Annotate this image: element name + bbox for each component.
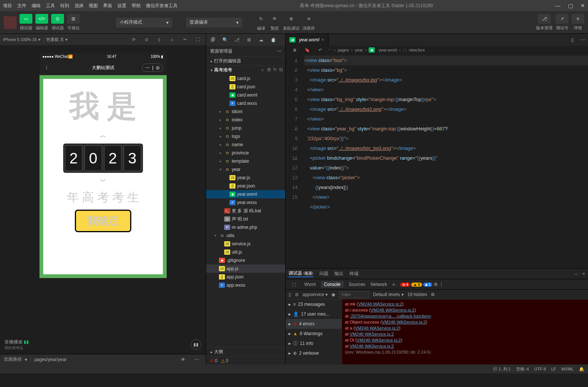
warn-count[interactable]: △ 0 [221,358,228,363]
compile-select[interactable]: 普通编译▾ [186,18,242,27]
tab-problems[interactable]: 问题 [319,271,328,277]
tab-output[interactable]: 输出 [334,271,343,277]
file-year.wxml[interactable]: ◆year.wxml [206,190,285,198]
collapse-icon[interactable]: ⊟ [279,67,283,73]
info-badge[interactable]: ■ 1 [423,283,432,287]
db-tab-icon[interactable]: ☁ [256,35,266,45]
rotate-icon[interactable]: ⟳ [128,34,139,45]
new-file-icon[interactable]: ＋ [260,67,265,73]
more-tabs-icon[interactable]: » [392,282,395,287]
menu-工具[interactable]: 工具 [46,3,55,9]
target-icon[interactable]: ◎ [156,65,160,70]
file-year.js[interactable]: JSyear.js [206,174,285,182]
device-select[interactable]: iPhone 5 100% 16 ▾ [3,37,41,42]
file-year.json[interactable]: {}year.json [206,182,285,190]
folder-utils[interactable]: ▾🗀utils [206,231,285,240]
preview-button[interactable]: 👁 [269,14,280,24]
menu-视图[interactable]: 视图 [89,3,98,9]
maximize-icon[interactable]: ▢ [568,3,573,9]
remote-debug-button[interactable]: ⊕ [286,14,296,24]
live-icon[interactable]: ◉ [331,292,335,297]
close-icon[interactable]: ✕ [580,3,585,9]
folder-jump[interactable]: ▸🗀jump [206,124,285,132]
folder-name[interactable]: ▸🗀name [206,141,285,149]
menu-选择[interactable]: 选择 [74,3,84,9]
tab-terminal[interactable]: 终端 [349,271,359,277]
visual-button[interactable]: ⊞ [67,14,80,24]
file-card.js[interactable]: JScard.js [206,74,285,83]
confirm-button[interactable]: 我确定 [75,210,131,232]
console-filter-23 messages[interactable]: ▸≡23 messages [286,299,342,309]
folder-year[interactable]: ▾🗀year [206,165,285,174]
more-icon[interactable]: ⋯ [191,354,202,365]
status-item[interactable]: 行 1, 列 1 [493,366,511,372]
file-app.js[interactable]: JSapp.js [206,265,285,273]
test-account-button[interactable]: ↗ [556,14,568,24]
mute-icon[interactable]: ▯ [154,34,164,45]
status-item[interactable]: 🔔 [579,367,584,372]
record-icon[interactable]: ⊙ [141,34,152,45]
chevron-up-icon[interactable]: ︿ [574,271,579,277]
reload-select[interactable]: 热重载 关 ▾ [46,37,68,42]
home-icon[interactable]: ⌂ [167,34,177,45]
file-.gitignore[interactable]: ◆.gitignore [206,256,285,265]
menu-项目[interactable]: 项目 [3,3,12,9]
editor-tab[interactable]: ◆ year.wxml × [286,34,328,46]
split-icon[interactable]: ▯ [567,35,577,45]
close-tab-icon[interactable]: × [322,37,324,42]
folder-index[interactable]: ▸🗀index [206,116,285,124]
outline-section[interactable]: ▸大纲 [206,347,285,356]
chevron-down-icon[interactable]: ﹀ [100,177,106,186]
menu-转到[interactable]: 转到 [60,3,69,9]
outline-icon[interactable]: ≣ [289,45,300,55]
code-editor[interactable]: <view class="box"> <view class="bg"> <im… [304,54,588,268]
menu-界面[interactable]: 界面 [103,3,112,9]
search-tab-icon[interactable]: 🔍 [220,35,230,45]
cut-icon[interactable]: ✂ [179,34,190,45]
more-icon[interactable]: ⋯ [577,35,588,45]
file-app.wxss[interactable]: #app.wxss [206,281,285,289]
file-util.js[interactable]: JSutil.js [206,248,285,256]
file-card.json[interactable]: {}card.json [206,83,285,91]
simulator-button[interactable]: ▭ [20,14,32,24]
ext-tab-icon[interactable]: ⊞ [244,35,254,45]
status-item[interactable]: UTF-8 [534,367,546,371]
fullscreen-icon[interactable]: ⛶ [192,34,203,45]
more-icon[interactable]: ⋯ [277,48,281,54]
folder-idiom[interactable]: ▸🗀idiom [206,107,285,116]
console-filter-2 verbose[interactable]: ▸⊕2 verbose [286,348,342,358]
menu-帮助[interactable]: 帮助 [132,3,141,9]
clear-cache-button[interactable]: ≋ [304,14,314,24]
console-filter-6 Warnings[interactable]: ▸▲6 Warnings [286,329,342,339]
status-item[interactable]: LF [551,367,556,371]
levels-select[interactable]: Default levels ▾ [373,292,403,297]
folder-province[interactable]: ▸🗀province [206,149,285,157]
gear-icon[interactable]: ⚙ [431,292,435,297]
file-service.js[interactable]: JSservice.js [206,240,285,248]
back-icon[interactable]: 〈 [43,65,48,71]
tab-sources[interactable]: Sources [349,282,365,287]
version-mgmt-button[interactable]: ⎇ [538,14,551,24]
gear-icon[interactable]: ⚙ [434,282,438,287]
tab-network[interactable]: Network [371,282,387,287]
console-output[interactable]: at mk (VM248 WAService.js:2) at r.succes… [342,299,588,364]
error-badge[interactable]: ⊘ 4 [400,283,410,287]
file-app.json[interactable]: {}app.json [206,273,285,281]
console-filter-17 user mes...[interactable]: ▸👤17 user mes... [286,309,342,319]
bookmark-icon[interactable]: 🔖 [302,45,313,55]
files-tab-icon[interactable]: 🗐 [208,35,218,45]
new-folder-icon[interactable]: ⊞ [267,67,271,73]
project-section[interactable]: ▾高考准考 ＋ ⊞ ↻ ⊟ [206,65,285,74]
tab-debugger[interactable]: 调试器 4, 6 [289,270,313,277]
hidden-count[interactable]: 19 hidden [407,292,427,297]
folder-logs[interactable]: ▸🗀logs [206,132,285,141]
tab-console[interactable]: Console [321,281,343,288]
eye-icon[interactable]: 👁 [178,354,188,365]
docker-tab-icon[interactable]: 🍵 [268,35,278,45]
file-声 明.txt[interactable]: ≡声 明.txt [206,215,285,223]
filter-input[interactable] [339,291,369,298]
console-filter-11 info[interactable]: ▸ⓘ11 info [286,339,342,348]
menu-icon[interactable]: ⋯ [145,65,150,70]
dots-icon[interactable]: ⋮ [439,282,444,287]
git-tab-icon[interactable]: ⎇ [232,35,242,45]
